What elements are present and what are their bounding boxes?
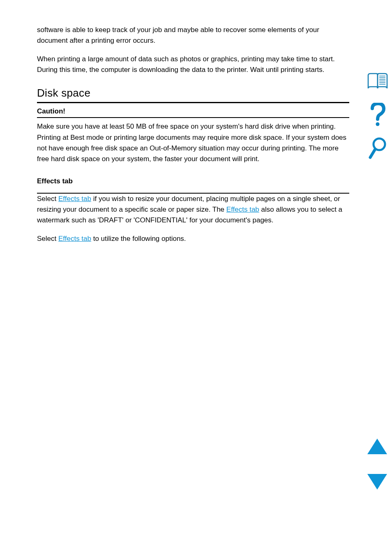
- body-paragraph: Select Effects tab to utilize the follow…: [37, 233, 349, 244]
- divider: [37, 117, 349, 118]
- link-effects-tab[interactable]: Effects tab: [226, 206, 259, 213]
- page-down-icon[interactable]: [367, 474, 387, 490]
- svg-line-8: [370, 149, 375, 157]
- subheading-effects-tab: Effects tab: [37, 177, 349, 185]
- question-mark-icon[interactable]: [366, 104, 389, 127]
- link-effects-tab[interactable]: Effects tab: [58, 235, 91, 243]
- section-heading-disk-space: Disk space: [37, 87, 349, 99]
- body-paragraph: software is able to keep track of your j…: [37, 25, 349, 46]
- link-effects-tab[interactable]: Effects tab: [58, 195, 91, 203]
- page-up-icon[interactable]: [367, 439, 387, 454]
- body-paragraph: When printing a large amount of data suc…: [37, 54, 349, 76]
- svg-point-6: [376, 122, 380, 126]
- body-paragraph: Select Effects tab if you wish to resize…: [37, 194, 349, 226]
- text-span: Select: [37, 195, 58, 203]
- text-span: to utilize the following options.: [91, 235, 186, 243]
- book-icon[interactable]: [366, 70, 389, 93]
- magnifying-glass-icon[interactable]: [366, 137, 389, 160]
- caution-label: Caution!: [37, 107, 349, 116]
- caution-body: Make sure you have at least 50 MB of fre…: [37, 121, 349, 164]
- divider: [37, 102, 349, 103]
- text-span: Select: [37, 235, 58, 243]
